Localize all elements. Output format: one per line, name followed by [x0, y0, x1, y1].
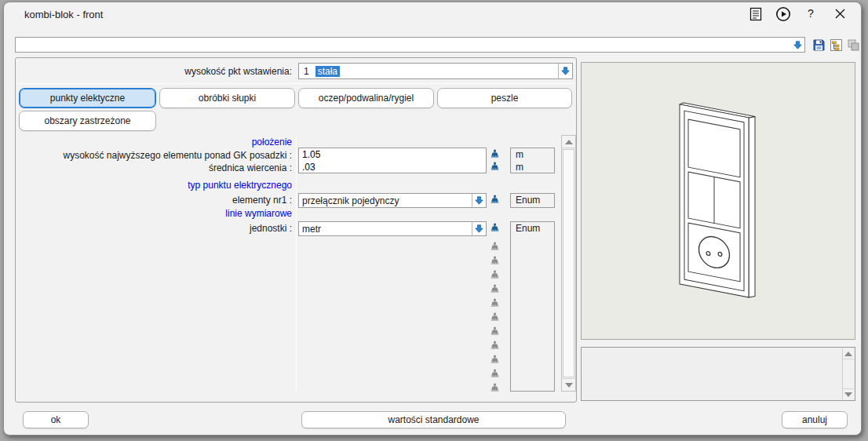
save-icon[interactable] [811, 38, 826, 53]
tab-obszary-zastrzezone[interactable]: obszary zastrzeżone [19, 111, 156, 131]
jednostki-combo[interactable]: metr [298, 221, 487, 236]
standard-values-button[interactable]: wartości standardowe [301, 411, 566, 428]
favorites-dropdown-arrow-icon[interactable] [790, 37, 805, 53]
window-title: kombi-blok - front [24, 9, 103, 20]
section-linie-wymiarowe: linie wymiarowe [16, 208, 292, 219]
jednostki-value: metr [302, 222, 470, 235]
param-label-elementy: elementy nr1 : [16, 195, 292, 206]
dropdown-arrow-icon[interactable] [472, 194, 486, 207]
tab-peszle[interactable]: peszle [437, 88, 572, 108]
measure-icon[interactable] [488, 312, 501, 323]
enum-box-jednostki: Enum [510, 221, 555, 392]
transfer-icon[interactable] [846, 38, 861, 53]
param-label-srednica: średnica wiercenia : [16, 162, 292, 173]
unit-m-1: m [511, 148, 554, 161]
measure-icon[interactable] [488, 222, 501, 234]
measure-icon[interactable] [488, 269, 501, 281]
scrollbar-thumb[interactable] [563, 149, 574, 377]
close-icon[interactable] [833, 6, 847, 20]
enum-label: Enum [511, 194, 554, 207]
measure-icon[interactable] [488, 283, 501, 295]
measure-icon[interactable] [488, 326, 501, 337]
scroll-down-icon[interactable] [562, 378, 575, 391]
measure-icon[interactable] [488, 241, 501, 253]
tab-punkty-elektyczne[interactable]: punkty elektyczne [19, 88, 156, 108]
tab-obrobki-slupki[interactable]: obróbki słupki [159, 88, 295, 108]
unit-m-2: m [511, 161, 554, 173]
parameter-panel: wysokość pkt wstawienia: 1 stała punkty … [15, 57, 577, 403]
scroll-up-icon[interactable] [843, 348, 854, 359]
measure-icon[interactable] [488, 368, 501, 380]
notes-icon[interactable] [748, 6, 763, 21]
parameter-scrollbar[interactable] [561, 135, 576, 392]
measure-icon[interactable] [488, 161, 501, 173]
insertion-index: 1 [302, 66, 309, 77]
measure-icon-column [488, 58, 501, 392]
section-polozenie: położenie [16, 137, 292, 148]
tree-icon[interactable] [829, 38, 844, 53]
measure-icon[interactable] [488, 194, 501, 206]
enum-box-elementy: Enum [510, 193, 555, 208]
measure-icon[interactable] [488, 297, 501, 309]
dialog-window: kombi-blok - front ? wysokość pkt wstawi… [3, 2, 862, 436]
scroll-down-icon[interactable] [843, 388, 854, 399]
dropdown-arrow-icon[interactable] [472, 222, 486, 235]
help-icon[interactable]: ? [804, 6, 817, 20]
separator [296, 135, 297, 392]
enum-label: Enum [511, 222, 554, 235]
insertion-value: stała [315, 66, 340, 77]
cancel-button[interactable]: anuluj [782, 411, 848, 428]
elementy-value: przełącznik pojedynczy [302, 194, 470, 207]
measure-icon[interactable] [488, 255, 501, 267]
elementy-combo[interactable]: przełącznik pojedynczy [298, 193, 487, 208]
play-icon[interactable] [775, 5, 791, 22]
description-scrollbar[interactable] [842, 348, 854, 399]
favorites-input[interactable] [15, 37, 791, 53]
srednica-value-input[interactable] [299, 161, 486, 173]
ok-button[interactable]: ok [23, 411, 89, 428]
scroll-up-icon[interactable] [562, 136, 575, 148]
description-box [581, 347, 855, 401]
unit-box-m: m m [510, 148, 555, 173]
preview-area[interactable] [581, 62, 855, 340]
wysokosc-value-input[interactable] [299, 148, 486, 161]
param-label-wysokosc: wysokość najwyższego elementu ponad GK p… [16, 150, 292, 161]
measure-icon[interactable] [488, 354, 501, 366]
param-label-jednostki: jednostki : [16, 223, 292, 234]
insertion-height-label: wysokość pkt wstawienia: [16, 66, 292, 77]
measure-icon[interactable] [488, 148, 501, 160]
section-typ-punktu: typ punktu elektrycznego [16, 180, 292, 191]
dropdown-arrow-icon[interactable] [558, 64, 572, 78]
measure-icon[interactable] [488, 340, 501, 352]
measure-icon[interactable] [488, 382, 501, 394]
tab-oczep-podwalina-rygiel[interactable]: oczep/podwalina/rygiel [298, 88, 434, 108]
kombi-blok-preview-drawing [582, 63, 855, 339]
numeric-fields-box [298, 148, 487, 173]
insertion-height-combo[interactable]: 1 stała [298, 63, 573, 79]
